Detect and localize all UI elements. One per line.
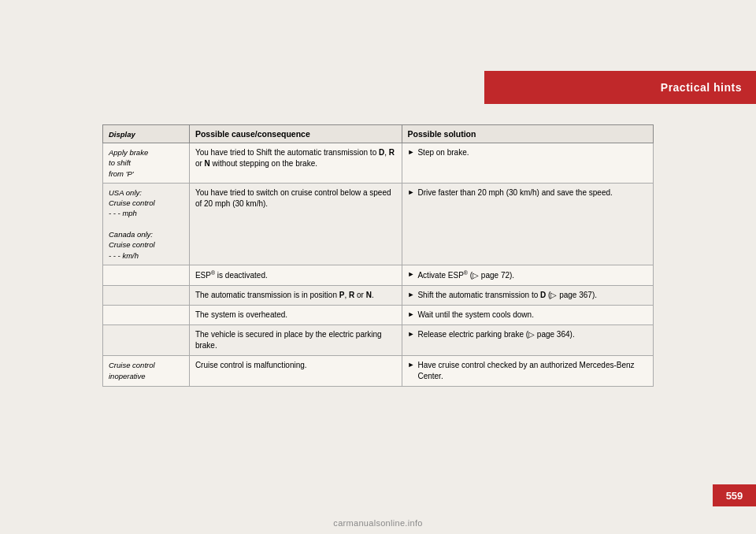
solution-cell: ► Activate ESP® (▷ page 72). xyxy=(402,265,653,285)
solution-text: Step on brake. xyxy=(417,147,469,158)
col-display: Display xyxy=(103,125,190,143)
table-row: The automatic transmission is in positio… xyxy=(103,286,654,306)
bullet-arrow: ► xyxy=(408,147,415,158)
bullet-arrow: ► xyxy=(408,310,415,320)
display-cell xyxy=(103,325,190,356)
cause-cell: You have tried to switch on cruise contr… xyxy=(189,183,402,265)
table-row: Apply braketo shiftfrom 'P' You have tri… xyxy=(103,143,654,184)
table-row: The vehicle is secured in place by the e… xyxy=(103,325,654,356)
solution-cell: ► Wait until the system cools down. xyxy=(402,306,653,325)
cause-cell: You have tried to Shift the automatic tr… xyxy=(189,143,402,184)
col-solution: Possible solution xyxy=(402,125,653,143)
solution-text: Drive faster than 20 mph (30 km/h) and s… xyxy=(417,187,612,198)
bullet-arrow: ► xyxy=(408,269,415,280)
main-table-container: Display Possible cause/consequence Possi… xyxy=(102,124,654,387)
cause-cell: The automatic transmission is in positio… xyxy=(189,286,402,306)
solution-text: Activate ESP® (▷ page 72). xyxy=(417,269,514,281)
cause-cell: The system is overheated. xyxy=(189,306,402,325)
bullet-arrow: ► xyxy=(408,360,415,370)
bullet-arrow: ► xyxy=(408,329,415,339)
display-cell xyxy=(103,286,190,306)
display-cell xyxy=(103,265,190,285)
solution-cell: ► Have cruise control checked by an auth… xyxy=(402,356,653,387)
page-number: 559 xyxy=(726,490,743,502)
cause-cell: Cruise control is malfunctioning. xyxy=(189,356,402,387)
cause-cell: The vehicle is secured in place by the e… xyxy=(189,325,402,356)
header-banner: Practical hints xyxy=(484,71,756,104)
solution-text: Shift the automatic transmission to D (▷… xyxy=(417,290,597,301)
display-cell: Cruise controlinoperative xyxy=(103,356,190,387)
diagnostic-table: Display Possible cause/consequence Possi… xyxy=(102,124,654,387)
bullet-arrow: ► xyxy=(408,290,415,300)
display-cell: Apply braketo shiftfrom 'P' xyxy=(103,143,190,184)
solution-cell: ► Release electric parking brake (▷ page… xyxy=(402,325,653,356)
table-row: ESP® is deactivated. ► Activate ESP® (▷ … xyxy=(103,265,654,285)
table-row: Cruise controlinoperative Cruise control… xyxy=(103,356,654,387)
table-header-row: Display Possible cause/consequence Possi… xyxy=(103,125,654,143)
solution-text: Wait until the system cools down. xyxy=(417,310,533,321)
bullet-arrow: ► xyxy=(408,187,415,198)
page-number-box: 559 xyxy=(713,484,756,506)
display-cell xyxy=(103,306,190,325)
table-row: The system is overheated. ► Wait until t… xyxy=(103,306,654,325)
solution-cell: ► Shift the automatic transmission to D … xyxy=(402,286,653,306)
watermark: carmanualsonline.info xyxy=(333,518,422,528)
col-cause: Possible cause/consequence xyxy=(189,125,402,143)
table-row: USA only:Cruise control- - - mphCanada o… xyxy=(103,183,654,265)
cause-cell: ESP® is deactivated. xyxy=(189,265,402,285)
solution-text: Have cruise control checked by an author… xyxy=(417,360,647,382)
page-title: Practical hints xyxy=(661,81,742,94)
solution-cell: ► Drive faster than 20 mph (30 km/h) and… xyxy=(402,183,653,265)
solution-text: Release electric parking brake (▷ page 3… xyxy=(417,329,574,340)
display-cell: USA only:Cruise control- - - mphCanada o… xyxy=(103,183,190,265)
solution-cell: ► Step on brake. xyxy=(402,143,653,184)
